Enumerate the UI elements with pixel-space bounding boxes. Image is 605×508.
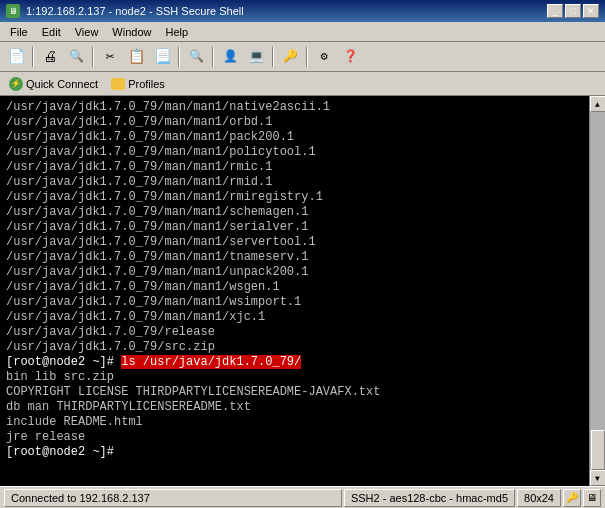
maximize-button[interactable]: □ <box>565 4 581 18</box>
terminal-line: /usr/java/jdk1.7.0_79/man/man1/unpack200… <box>6 265 583 280</box>
toolbar-sep-1 <box>32 47 34 67</box>
menu-view[interactable]: View <box>69 25 105 39</box>
toolbar-new[interactable]: 📄 <box>4 46 28 68</box>
toolbar-sep-5 <box>272 47 274 67</box>
prompt: [root@node2 ~]# <box>6 355 121 369</box>
final-prompt-line: [root@node2 ~]# <box>6 445 583 460</box>
scrollbar-track[interactable] <box>590 112 605 470</box>
toolbar-sep-3 <box>178 47 180 67</box>
terminal-line: /usr/java/jdk1.7.0_79/src.zip <box>6 340 583 355</box>
toolbar-find[interactable]: 🔍 <box>184 46 208 68</box>
window-title: 1:192.168.2.137 - node2 - SSH Secure She… <box>26 5 244 17</box>
quick-connect-button[interactable]: ⚡ Quick Connect <box>4 74 103 94</box>
terminal-line: /usr/java/jdk1.7.0_79/man/man1/policytoo… <box>6 145 583 160</box>
scroll-up-button[interactable]: ▲ <box>590 96 606 112</box>
dimensions-text: 80x24 <box>524 492 554 504</box>
terminal-line: /usr/java/jdk1.7.0_79/man/man1/serialver… <box>6 220 583 235</box>
quick-connect-label: Quick Connect <box>26 78 98 90</box>
status-icons: 🔑 🖥 <box>563 489 601 507</box>
app-icon: 🖥 <box>6 4 20 18</box>
ls-output-row: COPYRIGHT LICENSE THIRDPARTYLICENSEREADM… <box>6 385 583 400</box>
menu-bar: File Edit View Window Help <box>0 22 605 42</box>
ls-output-row: db man THIRDPARTYLICENSEREADME.txt <box>6 400 583 415</box>
menu-window[interactable]: Window <box>106 25 157 39</box>
toolbar-help[interactable]: ❓ <box>338 46 362 68</box>
toolbar-copy[interactable]: 📋 <box>124 46 148 68</box>
close-button[interactable]: ✕ <box>583 4 599 18</box>
scrollbar-thumb[interactable] <box>591 430 605 470</box>
minimize-button[interactable]: _ <box>547 4 563 18</box>
terminal-line: /usr/java/jdk1.7.0_79/man/man1/rmid.1 <box>6 175 583 190</box>
final-prompt: [root@node2 ~]# <box>6 445 121 459</box>
encryption-status: SSH2 - aes128-cbc - hmac-md5 <box>344 489 515 507</box>
ls-output-row: include README.html <box>6 415 583 430</box>
toolbar-settings[interactable]: ⚙ <box>312 46 336 68</box>
connection-text: Connected to 192.168.2.137 <box>11 492 150 504</box>
terminal-line: /usr/java/jdk1.7.0_79/man/man1/native2as… <box>6 100 583 115</box>
terminal-line: /usr/java/jdk1.7.0_79/man/man1/servertoo… <box>6 235 583 250</box>
toolbar: 📄 🖨 🔍 ✂ 📋 📃 🔍 👤 💻 🔑 ⚙ ❓ <box>0 42 605 72</box>
dimensions-status: 80x24 <box>517 489 561 507</box>
terminal-line: /usr/java/jdk1.7.0_79/man/man1/wsimport.… <box>6 295 583 310</box>
status-icon-1[interactable]: 🔑 <box>563 489 581 507</box>
menu-edit[interactable]: Edit <box>36 25 67 39</box>
menu-help[interactable]: Help <box>159 25 194 39</box>
terminal-wrapper: /usr/java/jdk1.7.0_79/man/man1/native2as… <box>0 96 605 486</box>
terminal-line: /usr/java/jdk1.7.0_79/man/man1/rmiregist… <box>6 190 583 205</box>
terminal-cmd-line: [root@node2 ~]# ls /usr/java/jdk1.7.0_79… <box>6 355 583 370</box>
toolbar-sep-2 <box>92 47 94 67</box>
terminal-line: /usr/java/jdk1.7.0_79/man/man1/schemagen… <box>6 205 583 220</box>
toolbar-user[interactable]: 👤 <box>218 46 242 68</box>
scrollbar[interactable]: ▲ ▼ <box>589 96 605 486</box>
ls-output-row: jre release <box>6 430 583 445</box>
scroll-down-button[interactable]: ▼ <box>590 470 606 486</box>
encryption-text: SSH2 - aes128-cbc - hmac-md5 <box>351 492 508 504</box>
highlighted-cmd: ls /usr/java/jdk1.7.0_79/ <box>121 355 301 369</box>
ls-output-row: bin lib src.zip <box>6 370 583 385</box>
status-icon-2[interactable]: 🖥 <box>583 489 601 507</box>
connection-status: Connected to 192.168.2.137 <box>4 489 342 507</box>
terminal-line: /usr/java/jdk1.7.0_79/release <box>6 325 583 340</box>
status-bar: Connected to 192.168.2.137 SSH2 - aes128… <box>0 486 605 508</box>
profiles-icon <box>111 78 125 90</box>
terminal-line: /usr/java/jdk1.7.0_79/man/man1/rmic.1 <box>6 160 583 175</box>
quick-bar: ⚡ Quick Connect Profiles <box>0 72 605 96</box>
window-controls: _ □ ✕ <box>547 4 599 18</box>
toolbar-paste[interactable]: 📃 <box>150 46 174 68</box>
terminal-line: /usr/java/jdk1.7.0_79/man/man1/xjc.1 <box>6 310 583 325</box>
toolbar-key[interactable]: 🔑 <box>278 46 302 68</box>
profiles-button[interactable]: Profiles <box>107 76 169 92</box>
terminal[interactable]: /usr/java/jdk1.7.0_79/man/man1/native2as… <box>0 96 589 486</box>
quick-connect-icon: ⚡ <box>9 77 23 91</box>
toolbar-cut[interactable]: ✂ <box>98 46 122 68</box>
toolbar-terminal[interactable]: 💻 <box>244 46 268 68</box>
toolbar-search[interactable]: 🔍 <box>64 46 88 68</box>
toolbar-sep-4 <box>212 47 214 67</box>
terminal-line: /usr/java/jdk1.7.0_79/man/man1/wsgen.1 <box>6 280 583 295</box>
title-bar: 🖥 1:192.168.2.137 - node2 - SSH Secure S… <box>0 0 605 22</box>
terminal-line: /usr/java/jdk1.7.0_79/man/man1/pack200.1 <box>6 130 583 145</box>
toolbar-print[interactable]: 🖨 <box>38 46 62 68</box>
terminal-line: /usr/java/jdk1.7.0_79/man/man1/tnameserv… <box>6 250 583 265</box>
menu-file[interactable]: File <box>4 25 34 39</box>
terminal-line: /usr/java/jdk1.7.0_79/man/man1/orbd.1 <box>6 115 583 130</box>
profiles-label: Profiles <box>128 78 165 90</box>
toolbar-sep-6 <box>306 47 308 67</box>
